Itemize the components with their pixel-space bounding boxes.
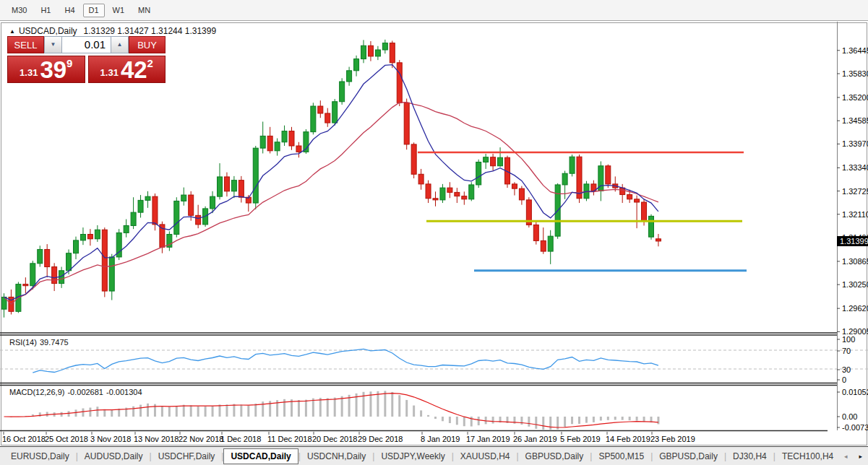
sell-price-pipette: 9	[66, 57, 72, 69]
macd-main-value: -0.002681	[67, 388, 103, 396]
buy-price-box[interactable]: 1.31 42 2	[88, 56, 166, 83]
sell-price-box[interactable]: 1.31 39 9	[7, 56, 85, 83]
scroll-left-icon[interactable]: ◂	[844, 453, 848, 460]
date-axis-label: 20 Dec 2018	[312, 435, 357, 443]
candle-body	[289, 131, 294, 146]
buy-price-main: 42	[121, 58, 147, 81]
candle-body	[152, 196, 158, 225]
price-axis-label: 1.30865	[842, 257, 868, 266]
volume-input[interactable]: 0.01	[62, 36, 111, 53]
price-axis-label: 1.36445	[842, 46, 868, 55]
rsi-scale-label: 0	[842, 375, 846, 384]
timeframe-tab-h1[interactable]: H1	[35, 4, 56, 17]
one-click-trade-widget: SELL ▼ 0.01 ▲ BUY 1.31 39 9 1.31 42 2	[7, 36, 166, 83]
price-axis-label: 1.35830	[842, 69, 868, 78]
candle-body	[411, 144, 416, 174]
chart-symbol-label: USDCAD,Daily	[19, 26, 77, 36]
symbol-tab-usdchf-2[interactable]: USDCHF,Daily	[152, 448, 222, 464]
timeframe-toolbar: M30H1H4D1W1MN	[0, 0, 868, 21]
candle-body	[418, 174, 424, 184]
candle-body	[23, 284, 28, 286]
candle-body	[87, 235, 93, 239]
date-axis-label: 13 Nov 2018	[134, 435, 179, 443]
price-axis-label: 1.32725	[842, 187, 868, 196]
price-axis-label: 1.34585	[842, 116, 868, 125]
chart-ohlc-values: 1.31329 1.31427 1.31244 1.31399	[84, 26, 217, 36]
candle-body	[318, 106, 323, 113]
price-axis-label: 1.35200	[842, 93, 868, 102]
candle-body	[124, 225, 129, 232]
symbol-tab-gbpusd-7[interactable]: GBPUSD,Daily	[519, 448, 590, 464]
price-axis-label: 1.33970	[842, 139, 868, 148]
candle-body	[570, 157, 575, 173]
symbol-tab-tech100-11[interactable]: TECH100,H4	[775, 448, 840, 464]
rsi-scale-label: 70	[842, 347, 851, 355]
candle-body	[541, 240, 546, 251]
symbol-tab-usdjpy-5[interactable]: USDJPY,Weekly	[374, 448, 451, 464]
candle-body	[354, 59, 359, 71]
macd-name: MACD(12,26,9)	[9, 388, 64, 396]
candle-body	[426, 184, 431, 199]
macd-scale-label: 0.00	[842, 412, 857, 421]
volume-decrease-button[interactable]: ▼	[44, 36, 62, 53]
date-axis-label: 8 Jan 2019	[421, 435, 460, 443]
chart-title: ▲USDCAD,Daily1.31329 1.31427 1.31244 1.3…	[9, 26, 216, 36]
date-axis-label: 3 Nov 2018	[90, 435, 131, 443]
candle-body	[196, 215, 201, 225]
candle-body	[562, 173, 567, 185]
timeframe-tab-d1[interactable]: D1	[83, 4, 105, 17]
sell-button[interactable]: SELL	[7, 36, 44, 53]
date-axis-label: 26 Jan 2019	[513, 435, 557, 443]
candle-body	[332, 102, 338, 123]
collapse-arrow-icon[interactable]: ▲	[9, 28, 15, 35]
candle-body	[390, 43, 395, 63]
date-axis-label: 22 Nov 2018	[179, 435, 223, 443]
candle-body	[325, 113, 330, 123]
macd-signal-value: -0.001304	[106, 388, 142, 396]
symbol-tab-sp500-8[interactable]: SP500,M15	[592, 448, 650, 464]
candle-body	[635, 199, 640, 202]
candle-body	[52, 267, 57, 284]
candle-body	[368, 45, 373, 56]
scroll-right-icon[interactable]: ▸	[859, 453, 862, 460]
current-price-value: 1.31399	[840, 237, 868, 245]
symbol-tab-usdcad-3[interactable]: USDCAD,Daily	[223, 448, 298, 464]
price-axis-label: 1.33340	[842, 163, 868, 172]
symbol-tab-eurusd-0[interactable]: EURUSD,Daily	[4, 448, 76, 464]
buy-price-pipette: 2	[147, 57, 153, 69]
timeframe-tab-mn[interactable]: MN	[132, 4, 156, 17]
candle-body	[95, 230, 100, 239]
candle-body	[174, 201, 179, 234]
date-axis-label: 25 Oct 2018	[45, 435, 88, 443]
candle-body	[296, 146, 301, 152]
buy-price-prefix: 1.31	[100, 67, 119, 78]
symbol-tab-audusd-1[interactable]: AUDUSD,Daily	[78, 448, 150, 464]
candle-body	[433, 199, 438, 200]
timeframe-tab-m30[interactable]: M30	[6, 4, 33, 17]
candle-body	[210, 196, 215, 209]
candle-body	[375, 50, 380, 56]
volume-increase-button[interactable]: ▲	[111, 36, 129, 53]
symbol-tab-usdcnh-4[interactable]: USDCNH,Daily	[301, 448, 372, 464]
candle-body	[627, 195, 632, 199]
rsi-scale-label: 30	[842, 365, 851, 374]
symbol-tab-xauusd-6[interactable]: XAUUSD,H4	[454, 448, 517, 464]
date-axis-label: 1 Dec 2018	[220, 435, 261, 443]
buy-button[interactable]: BUY	[129, 36, 166, 53]
price-axis-label: 1.29620	[842, 304, 868, 313]
symbol-tab-dj30-10[interactable]: DJ30,H4	[726, 448, 773, 464]
symbol-tab-bar: EURUSD,Daily|AUDUSD,Daily|USDCHF,Daily|U…	[0, 446, 868, 465]
candle-body	[476, 162, 481, 185]
candle-body	[74, 240, 79, 253]
candle-body	[340, 82, 345, 102]
candle-body	[347, 71, 352, 82]
timeframe-tab-w1[interactable]: W1	[107, 4, 131, 17]
candle-body	[311, 106, 316, 132]
candle-body	[491, 157, 496, 166]
timeframe-tab-h4[interactable]: H4	[59, 4, 80, 17]
candle-body	[253, 148, 258, 203]
candle-body	[131, 212, 136, 225]
symbol-tab-gbpusd-9[interactable]: GBPUSD,Daily	[653, 448, 724, 464]
sell-price-main: 39	[40, 58, 66, 81]
candle-body	[548, 236, 553, 251]
